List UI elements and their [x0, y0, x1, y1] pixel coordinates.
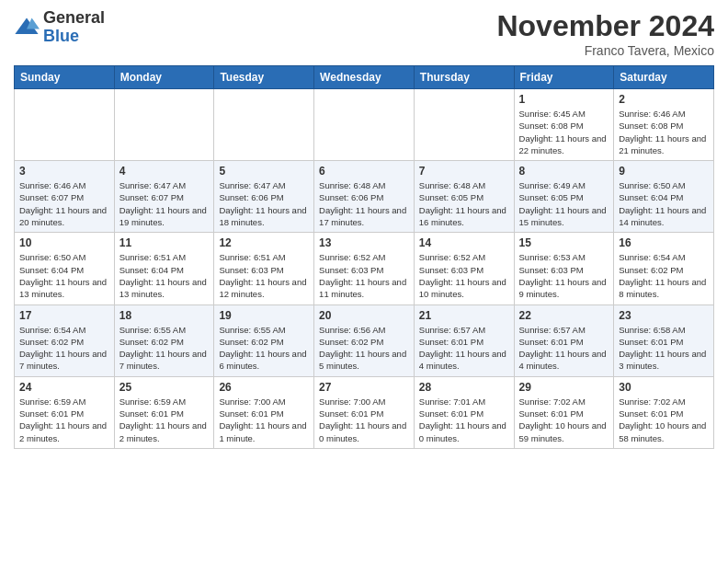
calendar-week-1: 1Sunrise: 6:45 AMSunset: 6:08 PMDaylight… [15, 89, 714, 161]
day-info: Sunrise: 6:53 AMSunset: 6:03 PMDaylight:… [519, 251, 609, 300]
calendar-cell: 20Sunrise: 6:56 AMSunset: 6:02 PMDayligh… [314, 304, 415, 376]
day-info: Sunrise: 6:54 AMSunset: 6:02 PMDaylight:… [619, 251, 709, 300]
calendar-cell [414, 89, 514, 161]
day-number: 30 [619, 381, 709, 394]
day-number: 16 [619, 236, 709, 249]
day-info: Sunrise: 6:52 AMSunset: 6:03 PMDaylight:… [319, 251, 409, 300]
day-number: 12 [219, 236, 309, 249]
day-info: Sunrise: 6:45 AMSunset: 6:08 PMDaylight:… [519, 108, 609, 156]
page-header: General Blue November 2024 Franco Tavera… [14, 9, 714, 58]
weekday-header-thursday: Thursday [414, 66, 514, 89]
calendar-cell: 25Sunrise: 6:59 AMSunset: 6:01 PMDayligh… [114, 376, 214, 448]
day-number: 29 [519, 381, 609, 394]
calendar-cell: 1Sunrise: 6:45 AMSunset: 6:08 PMDaylight… [514, 89, 614, 161]
day-number: 8 [519, 165, 609, 178]
calendar-week-4: 17Sunrise: 6:54 AMSunset: 6:02 PMDayligh… [15, 304, 714, 376]
day-number: 18 [119, 309, 210, 322]
day-info: Sunrise: 6:54 AMSunset: 6:02 PMDaylight:… [19, 324, 109, 373]
day-number: 24 [19, 381, 109, 394]
day-info: Sunrise: 7:02 AMSunset: 6:01 PMDaylight:… [519, 396, 609, 444]
day-info: Sunrise: 6:46 AMSunset: 6:08 PMDaylight:… [619, 108, 709, 156]
calendar-cell: 15Sunrise: 6:53 AMSunset: 6:03 PMDayligh… [514, 233, 614, 304]
weekday-header-saturday: Saturday [614, 66, 714, 89]
day-info: Sunrise: 6:49 AMSunset: 6:05 PMDaylight:… [519, 179, 609, 228]
day-number: 28 [419, 381, 509, 394]
day-number: 1 [519, 93, 609, 106]
day-info: Sunrise: 6:47 AMSunset: 6:06 PMDaylight:… [219, 179, 309, 228]
weekday-header-wednesday: Wednesday [314, 66, 415, 89]
calendar-cell: 10Sunrise: 6:50 AMSunset: 6:04 PMDayligh… [15, 233, 115, 304]
logo-icon [14, 15, 40, 40]
weekday-header-tuesday: Tuesday [214, 66, 314, 89]
calendar-cell: 17Sunrise: 6:54 AMSunset: 6:02 PMDayligh… [15, 304, 115, 376]
calendar-week-2: 3Sunrise: 6:46 AMSunset: 6:07 PMDaylight… [15, 161, 714, 233]
day-info: Sunrise: 7:00 AMSunset: 6:01 PMDaylight:… [219, 396, 309, 444]
calendar-cell [314, 89, 415, 161]
day-info: Sunrise: 6:48 AMSunset: 6:06 PMDaylight:… [319, 179, 409, 228]
logo-general: General [43, 9, 105, 28]
day-number: 22 [519, 309, 609, 322]
day-info: Sunrise: 6:52 AMSunset: 6:03 PMDaylight:… [419, 251, 509, 300]
day-number: 5 [219, 165, 309, 178]
day-info: Sunrise: 6:56 AMSunset: 6:02 PMDaylight:… [319, 324, 409, 373]
day-number: 19 [219, 309, 309, 322]
calendar-cell: 14Sunrise: 6:52 AMSunset: 6:03 PMDayligh… [414, 233, 514, 304]
day-info: Sunrise: 6:55 AMSunset: 6:02 PMDaylight:… [119, 324, 210, 373]
calendar-cell: 19Sunrise: 6:55 AMSunset: 6:02 PMDayligh… [214, 304, 314, 376]
day-number: 6 [319, 165, 409, 178]
calendar-cell: 23Sunrise: 6:58 AMSunset: 6:01 PMDayligh… [614, 304, 714, 376]
day-info: Sunrise: 7:00 AMSunset: 6:01 PMDaylight:… [319, 396, 409, 444]
weekday-header-friday: Friday [514, 66, 614, 89]
calendar-cell: 24Sunrise: 6:59 AMSunset: 6:01 PMDayligh… [15, 376, 115, 448]
day-number: 9 [619, 165, 709, 178]
calendar-cell: 4Sunrise: 6:47 AMSunset: 6:07 PMDaylight… [114, 161, 214, 233]
weekday-header-row: SundayMondayTuesdayWednesdayThursdayFrid… [15, 66, 714, 89]
day-number: 23 [619, 309, 709, 322]
day-number: 20 [319, 309, 409, 322]
logo-blue: Blue [43, 28, 105, 46]
day-info: Sunrise: 6:50 AMSunset: 6:04 PMDaylight:… [19, 251, 109, 300]
calendar-cell [15, 89, 115, 161]
day-info: Sunrise: 6:50 AMSunset: 6:04 PMDaylight:… [619, 179, 709, 228]
day-number: 13 [319, 236, 409, 249]
day-number: 26 [219, 381, 309, 394]
day-info: Sunrise: 6:48 AMSunset: 6:05 PMDaylight:… [419, 179, 509, 228]
calendar-cell: 3Sunrise: 6:46 AMSunset: 6:07 PMDaylight… [15, 161, 115, 233]
calendar-cell: 18Sunrise: 6:55 AMSunset: 6:02 PMDayligh… [114, 304, 214, 376]
day-number: 7 [419, 165, 509, 178]
calendar-cell [214, 89, 314, 161]
day-number: 21 [419, 309, 509, 322]
day-info: Sunrise: 6:59 AMSunset: 6:01 PMDaylight:… [119, 396, 210, 444]
weekday-header-monday: Monday [114, 66, 214, 89]
calendar-cell [114, 89, 214, 161]
day-info: Sunrise: 6:51 AMSunset: 6:03 PMDaylight:… [219, 251, 309, 300]
calendar-cell: 9Sunrise: 6:50 AMSunset: 6:04 PMDaylight… [614, 161, 714, 233]
calendar-table: SundayMondayTuesdayWednesdayThursdayFrid… [14, 65, 714, 449]
calendar-cell: 2Sunrise: 6:46 AMSunset: 6:08 PMDaylight… [614, 89, 714, 161]
calendar-cell: 21Sunrise: 6:57 AMSunset: 6:01 PMDayligh… [414, 304, 514, 376]
day-number: 4 [119, 165, 210, 178]
day-info: Sunrise: 6:46 AMSunset: 6:07 PMDaylight:… [19, 179, 109, 228]
title-block: November 2024 Franco Tavera, Mexico [496, 9, 714, 58]
calendar-cell: 29Sunrise: 7:02 AMSunset: 6:01 PMDayligh… [514, 376, 614, 448]
calendar-cell: 5Sunrise: 6:47 AMSunset: 6:06 PMDaylight… [214, 161, 314, 233]
calendar-cell: 16Sunrise: 6:54 AMSunset: 6:02 PMDayligh… [614, 233, 714, 304]
day-number: 15 [519, 236, 609, 249]
month-title: November 2024 [496, 9, 714, 43]
day-info: Sunrise: 7:02 AMSunset: 6:01 PMDaylight:… [619, 396, 709, 444]
day-info: Sunrise: 6:57 AMSunset: 6:01 PMDaylight:… [519, 324, 609, 373]
day-number: 25 [119, 381, 210, 394]
calendar-week-5: 24Sunrise: 6:59 AMSunset: 6:01 PMDayligh… [15, 376, 714, 448]
day-number: 14 [419, 236, 509, 249]
day-number: 2 [619, 93, 709, 106]
day-number: 3 [19, 165, 109, 178]
logo: General Blue [14, 9, 105, 46]
location: Franco Tavera, Mexico [496, 43, 714, 58]
day-info: Sunrise: 6:58 AMSunset: 6:01 PMDaylight:… [619, 324, 709, 373]
calendar-cell: 13Sunrise: 6:52 AMSunset: 6:03 PMDayligh… [314, 233, 415, 304]
day-info: Sunrise: 6:57 AMSunset: 6:01 PMDaylight:… [419, 324, 509, 373]
day-number: 10 [19, 236, 109, 249]
day-info: Sunrise: 7:01 AMSunset: 6:01 PMDaylight:… [419, 396, 509, 444]
calendar-cell: 22Sunrise: 6:57 AMSunset: 6:01 PMDayligh… [514, 304, 614, 376]
logo-text: General Blue [43, 9, 105, 46]
